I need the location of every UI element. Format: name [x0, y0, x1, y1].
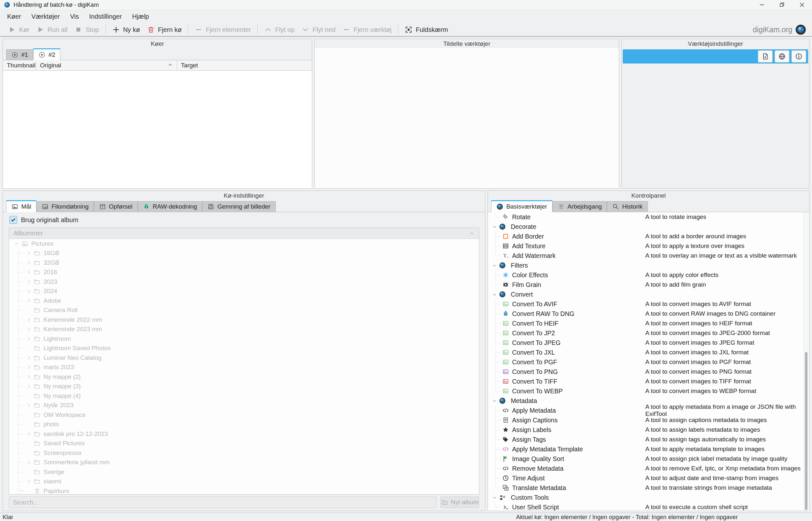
- toolbar-button-fjern-v-rkt-j[interactable]: Fjern værktøj: [339, 24, 395, 36]
- expander-closed-icon[interactable]: [26, 260, 31, 266]
- tool-category-row[interactable]: Decorate: [488, 222, 809, 231]
- albums-header[interactable]: Albummer: [9, 228, 479, 239]
- album-tree-item[interactable]: marts 2023: [9, 363, 479, 372]
- album-tree-item[interactable]: Luminar Neo Catalog: [9, 353, 479, 363]
- control-tab-arbejdsgang[interactable]: Arbejdsgang: [552, 201, 607, 212]
- album-tree-item[interactable]: Camera Roll: [9, 305, 479, 315]
- album-tree-item[interactable]: 16GB: [9, 249, 479, 258]
- expander-closed-icon[interactable]: [26, 355, 31, 361]
- tool-category-row[interactable]: Custom Tools: [488, 493, 809, 502]
- album-tree-item[interactable]: Ny mappe (2): [9, 372, 479, 382]
- expander-closed-icon[interactable]: [26, 288, 31, 294]
- tool-row[interactable]: Remove MetadataA tool to remove Exif, Ip…: [488, 463, 809, 473]
- album-tree-item[interactable]: Kerteminde 2022 mm: [9, 315, 479, 325]
- close-button[interactable]: [792, 0, 812, 10]
- expander-open-icon[interactable]: [492, 292, 497, 297]
- column-header-thumbnail[interactable]: Thumbnail: [3, 60, 36, 70]
- tool-row[interactable]: Convert To PNGA tool to convert images t…: [488, 367, 809, 377]
- tool-row[interactable]: Convert To TIFFA tool to convert images …: [488, 377, 809, 386]
- tool-row[interactable]: Color EffectsA tool to apply color effec…: [488, 270, 809, 280]
- settings-tab-m-l[interactable]: Mål: [6, 200, 37, 212]
- expander-closed-icon[interactable]: [26, 431, 31, 437]
- album-tree-item[interactable]: Sommerferie jylland mm: [9, 458, 479, 468]
- tool-row[interactable]: Assign CaptionsA tool to assign captions…: [488, 415, 809, 425]
- collapse-icon[interactable]: [469, 231, 474, 236]
- expander-open-icon[interactable]: [492, 263, 497, 268]
- restore-button[interactable]: [772, 0, 792, 10]
- expander-closed-icon[interactable]: [26, 459, 31, 465]
- expander-closed-icon[interactable]: [26, 279, 31, 285]
- tool-row[interactable]: Convert RAW To DNGA tool to convert RAW …: [488, 309, 809, 319]
- expander-closed-icon[interactable]: [26, 317, 31, 323]
- menu-item-v-rkt-jer[interactable]: Værktøjer: [26, 10, 65, 23]
- use-original-album-checkbox[interactable]: [9, 216, 17, 224]
- tool-row[interactable]: Time AdjustA tool to adjust date and tim…: [488, 473, 809, 483]
- expander-closed-icon[interactable]: [26, 374, 31, 380]
- tool-settings-globe-button[interactable]: [774, 50, 789, 63]
- toolbar-button-fjern-k-[interactable]: Fjern kø: [143, 24, 185, 36]
- tool-settings-doc-button[interactable]: [758, 50, 773, 63]
- album-tree-item[interactable]: photo: [9, 420, 479, 429]
- tool-row[interactable]: Convert To HEIFA tool to convert images …: [488, 319, 809, 328]
- menu-item-indstillinger[interactable]: Indstillinger: [84, 10, 127, 23]
- album-tree-item[interactable]: 2023: [9, 277, 479, 287]
- expander-closed-icon[interactable]: [26, 364, 31, 370]
- menu-item-k-er[interactable]: Køer: [2, 10, 26, 23]
- tool-row[interactable]: Apply Metadata TemplateA tool to apply m…: [488, 444, 809, 454]
- menu-item-vis[interactable]: Vis: [65, 10, 84, 23]
- toolbar-button-fuldsk-rm[interactable]: Fuldskærm: [401, 24, 451, 36]
- tool-row[interactable]: Convert To JP2A tool to convert images t…: [488, 328, 809, 338]
- album-tree-item[interactable]: 2024: [9, 287, 479, 296]
- tool-row[interactable]: RotateA tool to rotate images: [488, 212, 809, 222]
- album-tree-item[interactable]: Adobe: [9, 296, 479, 305]
- scrollbar-thumb[interactable]: [805, 352, 808, 510]
- album-tree-item[interactable]: 2016: [9, 268, 479, 277]
- search-input[interactable]: [9, 497, 437, 508]
- column-header-target[interactable]: Target: [177, 60, 312, 70]
- toolbar-button-ny-k-[interactable]: Ny kø: [109, 24, 143, 36]
- new-album-button[interactable]: Nyt album: [441, 497, 479, 508]
- tool-row[interactable]: Convert To AVIFA tool to convert images …: [488, 299, 809, 309]
- queue-list-area[interactable]: ThumbnailOriginalTarget: [3, 60, 312, 188]
- expander-open-icon[interactable]: [492, 398, 497, 403]
- expander-open-icon[interactable]: [14, 241, 19, 247]
- tool-row[interactable]: Apply MetadataA tool to apply metadata f…: [488, 406, 809, 415]
- queue-tab-2[interactable]: #2: [33, 48, 60, 60]
- expander-open-icon[interactable]: [492, 495, 497, 500]
- album-tree-item[interactable]: Papirkurv: [9, 486, 479, 494]
- control-tab-historik[interactable]: Historik: [607, 201, 648, 212]
- settings-tab-raw-dekodning[interactable]: RAW-dekodning: [138, 201, 202, 212]
- album-tree-item[interactable]: Sverige: [9, 467, 479, 477]
- expander-closed-icon[interactable]: [26, 269, 31, 275]
- album-tree-item[interactable]: sandisk pro 12-12-2023: [9, 429, 479, 439]
- album-tree-item[interactable]: 32GB: [9, 258, 479, 268]
- expander-closed-icon[interactable]: [26, 383, 31, 389]
- album-tree-item[interactable]: Saved Pictures: [9, 439, 479, 449]
- expander-closed-icon[interactable]: [26, 250, 31, 256]
- tool-row[interactable]: Add TextureA tool to apply a texture ove…: [488, 241, 809, 251]
- tool-category-row[interactable]: Filters: [488, 260, 809, 270]
- tool-row[interactable]: Convert To JXLA tool to convert images t…: [488, 347, 809, 357]
- tool-row[interactable]: Film GrainA tool to add film grain: [488, 280, 809, 290]
- album-tree-item[interactable]: Lightroom Saved Photos: [9, 344, 479, 353]
- tool-row[interactable]: User Shell ScriptA tool to execute a cus…: [488, 502, 809, 511]
- tool-row[interactable]: Assign LabelsA tool to assign labels met…: [488, 425, 809, 435]
- album-tree-item[interactable]: OM Workspace: [9, 410, 479, 420]
- expander-open-icon[interactable]: [492, 224, 497, 229]
- tool-settings-info-button[interactable]: [791, 50, 806, 63]
- album-tree-item[interactable]: Ny mappe (4): [9, 391, 479, 401]
- settings-tab-opf-rsel[interactable]: Opførsel: [94, 201, 138, 212]
- toolbar-button-flyt-op[interactable]: Flyt op: [261, 24, 298, 36]
- menu-item-hj-lp[interactable]: Hjælp: [127, 10, 154, 23]
- toolbar-button-run-all[interactable]: Run all: [33, 24, 71, 36]
- tool-row[interactable]: Add BorderA tool to add a border around …: [488, 231, 809, 241]
- minimize-button[interactable]: [752, 0, 772, 10]
- expander-closed-icon[interactable]: [26, 326, 31, 332]
- expander-closed-icon[interactable]: [26, 402, 31, 408]
- expander-closed-icon[interactable]: [26, 336, 31, 342]
- album-tree-item[interactable]: Pictures: [9, 239, 479, 249]
- album-tree-item[interactable]: Kerteminde 2023 mm: [9, 325, 479, 334]
- album-tree-item[interactable]: Screenpresso: [9, 448, 479, 458]
- toolbar-button-stop[interactable]: Stop: [71, 24, 102, 36]
- scrollbar[interactable]: [804, 212, 809, 510]
